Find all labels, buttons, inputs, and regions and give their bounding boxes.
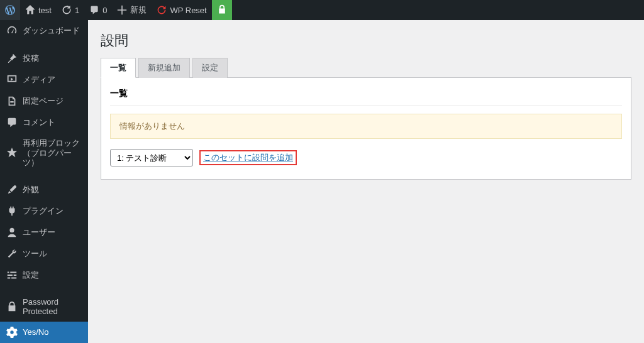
sidebar-item-comments[interactable]: コメント [0,112,88,133]
plugin-icon [6,205,18,217]
comment-icon [6,117,18,128]
tab-list[interactable]: 一覧 [101,58,136,78]
sidebar-item-appearance[interactable]: 外観 [0,179,88,200]
page-title: 設問 [101,26,631,58]
adminbar: test 1 0 新規 WP Reset [0,0,644,20]
panel: 一覧 情報がありません 1: テスト診断 このセットに設問を追加 [101,78,631,180]
sidebar-item-label: 設定 [23,270,39,280]
lock-button[interactable] [212,0,232,20]
wp-reset-label: WP Reset [170,6,206,15]
sidebar-item-reusable[interactable]: 再利用ブロック（ブログパーツ） [0,133,88,173]
sidebar-item-label: ダッシュボード [23,26,80,36]
sidebar-item-dashboard[interactable]: ダッシュボード [0,20,88,41]
wp-logo[interactable] [0,0,20,20]
sidebar-item-plugins[interactable]: プラグイン [0,200,88,222]
sidebar-item-pages[interactable]: 固定ページ [0,90,88,112]
main-content: 設問 一覧 新規追加 設定 一覧 情報がありません 1: テスト診断 このセット… [88,20,644,343]
sidebar-item-media[interactable]: メディア [0,69,88,90]
wrench-icon [6,248,18,259]
plus-icon [117,5,127,15]
comments-count: 0 [103,6,107,15]
sidebar-item-users[interactable]: ユーザー [0,222,88,243]
updates-count: 1 [75,6,79,15]
sidebar-item-label: プラグイン [23,206,64,216]
lock-icon [6,301,18,312]
sidebar-item-label: 固定ページ [23,96,64,106]
sidebar-item-label: メディア [23,75,55,85]
info-notice: 情報がありません [110,114,622,139]
wordpress-icon [5,5,15,15]
new-label: 新規 [130,4,147,16]
reset-icon [157,5,167,15]
sidebar-item-label: ツール [23,249,47,259]
sidebar-item-label: 再利用ブロック（ブログパーツ） [23,138,82,168]
site-name-link[interactable]: test [20,0,57,20]
sidebar-item-settings[interactable]: 設定 [0,264,88,286]
updates-link[interactable]: 1 [57,0,84,20]
sidebar-item-label: Yes/No [23,327,48,337]
set-selector-row: 1: テスト診断 このセットに設問を追加 [110,149,622,166]
home-icon [25,5,35,15]
sidebar-item-tools[interactable]: ツール [0,243,88,264]
brush-icon [6,184,18,195]
page-icon [6,95,18,107]
sidebar-item-label: コメント [23,117,55,128]
user-icon [6,227,18,238]
sidebar-item-label: ユーザー [23,227,55,237]
sidebar-item-yesno[interactable]: Yes/No [0,322,88,343]
tab-settings[interactable]: 設定 [192,58,228,78]
pin-icon [6,53,18,64]
wp-reset-link[interactable]: WP Reset [152,0,211,20]
sidebar-item-posts[interactable]: 投稿 [0,48,88,69]
comment-icon [89,5,99,15]
new-content-link[interactable]: 新規 [112,0,152,20]
tabs: 一覧 新規追加 設定 [101,58,631,78]
update-icon [62,5,72,15]
site-name: test [38,6,52,15]
star-icon [6,147,18,158]
sliders-icon [6,270,18,281]
lock-icon [217,4,227,16]
admin-sidebar: ダッシュボード 投稿 メディア 固定ページ コメント 再利用ブロック（ブログパー… [0,20,88,343]
sidebar-item-label: 投稿 [23,53,39,63]
sidebar-item-label: 外観 [23,185,39,195]
sidebar-item-password-protected[interactable]: Password Protected [0,292,88,322]
panel-title: 一覧 [110,85,622,106]
dashboard-icon [6,25,18,36]
question-set-select[interactable]: 1: テスト診断 [110,149,193,166]
tab-add[interactable]: 新規追加 [138,58,190,78]
gear-icon [6,327,18,338]
add-question-link[interactable]: このセットに設問を追加 [199,150,297,165]
comments-link[interactable]: 0 [84,0,112,20]
sidebar-item-label: Password Protected [23,297,82,317]
media-icon [6,74,18,85]
